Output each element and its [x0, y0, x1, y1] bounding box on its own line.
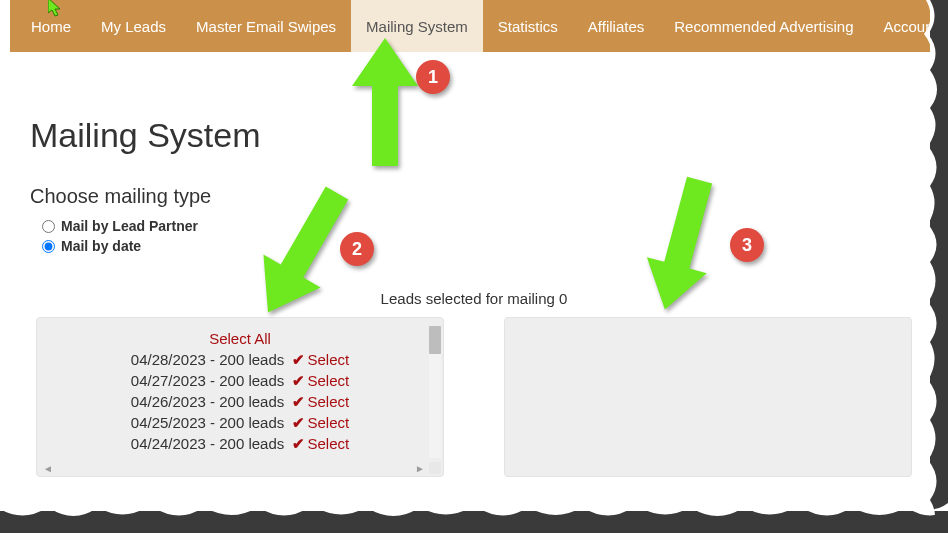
nav-recommended-advertising[interactable]: Recommended Advertising — [659, 0, 868, 52]
check-icon: ✔ — [292, 370, 305, 391]
select-link[interactable]: Select — [307, 414, 349, 431]
scroll-corner — [429, 462, 441, 474]
horizontal-scrollbar[interactable]: ◄► — [41, 462, 427, 474]
leads-selected-counter: Leads selected for mailing 0 — [30, 290, 918, 307]
check-icon: ✔ — [292, 349, 305, 370]
annotation-badge-3: 3 — [730, 228, 764, 262]
nav-account[interactable]: Account — [869, 0, 948, 52]
nav-affiliates[interactable]: Affiliates — [573, 0, 659, 52]
available-leads-panel: Select All 04/28/2023 - 200 leads ✔Selec… — [36, 317, 444, 477]
vertical-scrollbar[interactable] — [429, 326, 441, 458]
nav-master-email-swipes[interactable]: Master Email Swipes — [181, 0, 351, 52]
nav-home[interactable]: Home — [16, 0, 86, 52]
radio-mail-by-partner[interactable] — [42, 220, 55, 233]
selected-leads-panel — [504, 317, 912, 477]
choose-mailing-type-label: Choose mailing type — [30, 185, 918, 208]
select-all-link[interactable]: Select All — [209, 330, 271, 347]
main-nav: Home My Leads Master Email Swipes Mailin… — [10, 0, 930, 52]
radio-mail-by-partner-label[interactable]: Mail by Lead Partner — [61, 218, 198, 234]
select-link[interactable]: Select — [307, 393, 349, 410]
check-icon: ✔ — [292, 412, 305, 433]
annotation-badge-1: 1 — [416, 60, 450, 94]
check-icon: ✔ — [292, 433, 305, 454]
select-link[interactable]: Select — [307, 351, 349, 368]
annotation-badge-2: 2 — [340, 232, 374, 266]
chevron-down-icon — [944, 24, 948, 29]
check-icon: ✔ — [292, 391, 305, 412]
lead-row: 04/27/2023 - 200 leads ✔Select — [57, 370, 423, 391]
torn-edge-bottom — [0, 493, 948, 533]
nav-my-leads[interactable]: My Leads — [86, 0, 181, 52]
radio-mail-by-date[interactable] — [42, 240, 55, 253]
radio-mail-by-date-label[interactable]: Mail by date — [61, 238, 141, 254]
nav-mailing-system[interactable]: Mailing System — [351, 0, 483, 52]
lead-row: 04/26/2023 - 200 leads ✔Select — [57, 391, 423, 412]
select-link[interactable]: Select — [307, 372, 349, 389]
page-title: Mailing System — [30, 116, 918, 155]
select-link[interactable]: Select — [307, 435, 349, 452]
lead-row: 04/28/2023 - 200 leads ✔Select — [57, 349, 423, 370]
lead-row: 04/25/2023 - 200 leads ✔Select — [57, 412, 423, 433]
nav-statistics[interactable]: Statistics — [483, 0, 573, 52]
lead-row: 04/24/2023 - 200 leads ✔Select — [57, 433, 423, 454]
